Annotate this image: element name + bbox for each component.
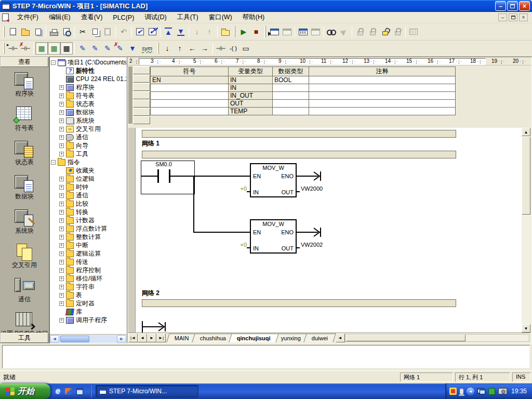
cell-comment[interactable] — [309, 92, 456, 100]
tree-item-timers[interactable]: +定时器 — [50, 299, 126, 308]
tree-item-table[interactable]: +表 — [50, 291, 126, 299]
tab-next-button[interactable]: ► — [147, 334, 156, 342]
task-button-step7[interactable]: STEP 7-Micro/WIN... — [96, 385, 198, 397]
expander-icon[interactable]: + — [59, 202, 64, 206]
delete-network-button[interactable]: ⊣⊢ — [19, 42, 32, 55]
cell-symbol[interactable] — [151, 100, 229, 108]
expander-icon[interactable]: + — [59, 285, 64, 289]
tree-item-convert[interactable]: +转换 — [50, 208, 126, 216]
view-glasses-button[interactable] — [325, 25, 338, 38]
sidebar-item-system-block[interactable]: 系统块 — [0, 209, 49, 243]
clear-bookmarks-button[interactable] — [379, 25, 391, 38]
tree-item-interrupt[interactable]: +中断 — [50, 241, 126, 249]
expander-icon[interactable]: + — [59, 152, 64, 156]
expander-icon[interactable]: + — [59, 301, 64, 306]
program-status-button[interactable] — [268, 25, 281, 38]
menu-file[interactable]: 文件(F) — [12, 11, 44, 23]
child-close-button[interactable]: × — [519, 14, 528, 21]
previous-bookmark-button[interactable] — [391, 25, 404, 38]
row-header[interactable] — [133, 108, 150, 116]
tree-item-counters[interactable]: +计数器 — [50, 216, 126, 224]
expander-icon[interactable]: + — [59, 127, 64, 131]
restore-button[interactable] — [507, 1, 518, 11]
sidebar-footer-tools[interactable]: 工具 — [1, 333, 48, 343]
minimize-button[interactable]: – — [495, 1, 506, 11]
internet-explorer-icon[interactable]: e — [56, 387, 60, 396]
sort-ascending-button[interactable]: ↑ — [203, 25, 216, 38]
tab-prev-button[interactable]: ◄ — [138, 334, 147, 342]
scroll-left-button[interactable]: ◄ — [50, 335, 59, 343]
menu-view[interactable]: 查看(V) — [76, 11, 108, 23]
protection-button[interactable] — [407, 25, 420, 38]
menu-window[interactable]: 窗口(W) — [204, 11, 237, 23]
sidebar-item-set-pg-pc-interface[interactable]: 设置 PG/PC 接口 — [0, 312, 49, 332]
tree-item-system-block[interactable]: +系统块 — [50, 116, 126, 125]
paste-button[interactable] — [101, 25, 114, 38]
download-button[interactable]: ▼ — [175, 25, 187, 38]
tree-item-instructions[interactable]: -指令 — [50, 158, 126, 166]
row-header[interactable] — [133, 91, 150, 99]
edit-2-button[interactable]: ✎ — [89, 42, 101, 55]
symbolic-addressing-button[interactable]: sym — [139, 42, 155, 55]
undo-button[interactable]: ↶ — [117, 25, 130, 38]
toggle-network-comments-button[interactable]: ▦ — [48, 42, 60, 55]
sidebar-item-status-chart[interactable]: 状态表 — [0, 140, 49, 175]
sort-descending-button[interactable]: ↓ — [191, 25, 203, 38]
cell-var-type[interactable]: TEMP — [229, 108, 273, 115]
next-bookmark-button[interactable] — [366, 25, 379, 38]
toolbar-grip[interactable] — [264, 26, 266, 37]
network-2-comment-bar[interactable] — [142, 299, 456, 307]
expander-icon[interactable]: + — [59, 276, 64, 281]
run-button[interactable]: ▶ — [237, 25, 250, 38]
microphone-tray-icon[interactable] — [460, 389, 463, 394]
box-element-button[interactable]: ▭ — [240, 42, 252, 55]
output-window[interactable] — [2, 345, 530, 368]
expander-icon[interactable]: + — [59, 210, 64, 215]
save-button[interactable] — [32, 25, 44, 38]
upload-button[interactable]: ▲ — [162, 25, 175, 38]
mov-w-box-2[interactable]: MOV_W EN ENO IN OUT — [250, 219, 297, 254]
expander-icon[interactable]: + — [59, 268, 64, 273]
show-desktop-icon[interactable] — [76, 388, 83, 395]
expander-icon[interactable]: - — [51, 160, 56, 165]
cell-data-type[interactable] — [273, 84, 309, 92]
select-pointer-button[interactable] — [338, 25, 350, 38]
cell-var-type[interactable]: IN — [229, 84, 273, 92]
toolbar-grip[interactable] — [3, 43, 5, 54]
network-1-comment-bar[interactable] — [142, 151, 456, 158]
row-header[interactable] — [133, 116, 150, 124]
ladder-vertical-scrollbar[interactable]: ▲ ▼ — [522, 128, 530, 332]
cell-comment[interactable] — [309, 76, 456, 84]
tab-scrollbar-track[interactable] — [345, 334, 529, 342]
sidebar-item-data-block[interactable]: 数据块 — [0, 175, 49, 209]
line-right-button[interactable]: → — [198, 42, 211, 55]
in-constant[interactable]: +0 — [230, 242, 247, 248]
tab-scroll-left-button[interactable]: ◄ — [336, 334, 345, 342]
expander-icon[interactable]: + — [59, 243, 64, 248]
media-player-icon[interactable] — [65, 388, 72, 395]
tree-item-string[interactable]: +字符串 — [50, 283, 126, 291]
messenger-tray-icon[interactable] — [449, 388, 457, 395]
line-down-button[interactable]: ↓ — [161, 42, 174, 55]
open-folder-button[interactable] — [19, 25, 32, 38]
child-minimize-button[interactable]: – — [498, 14, 507, 21]
coil-element-button[interactable]: -( ) — [227, 42, 240, 55]
line-up-button[interactable]: ↑ — [174, 42, 186, 55]
tree-item-program-control[interactable]: +程序控制 — [50, 266, 126, 274]
cell-var-type[interactable]: IN_OUT — [229, 92, 273, 100]
edit-delete-button[interactable]: ✎ — [114, 42, 126, 55]
expander-icon[interactable]: + — [59, 227, 64, 231]
cell-var-type[interactable]: IN — [229, 76, 273, 84]
cell-comment[interactable] — [309, 108, 456, 115]
scrollbar-track[interactable] — [59, 335, 117, 343]
menu-debug[interactable]: 调试(D) — [139, 11, 171, 23]
tree-item-clock[interactable]: +时钟 — [50, 183, 126, 191]
hide-icons-chevron[interactable]: ◄ — [467, 388, 474, 395]
close-button[interactable]: × — [519, 1, 530, 11]
tree-item-data-block[interactable]: +数据块 — [50, 108, 126, 116]
tree-item-floating-point-math[interactable]: +浮点数计算 — [50, 224, 126, 233]
scroll-right-button[interactable]: ► — [117, 335, 126, 343]
row-header[interactable] — [133, 83, 150, 91]
tab-chushihua[interactable]: chushihua — [192, 334, 234, 342]
tree-item-shift-rotate[interactable]: +移位/循环 — [50, 274, 126, 283]
